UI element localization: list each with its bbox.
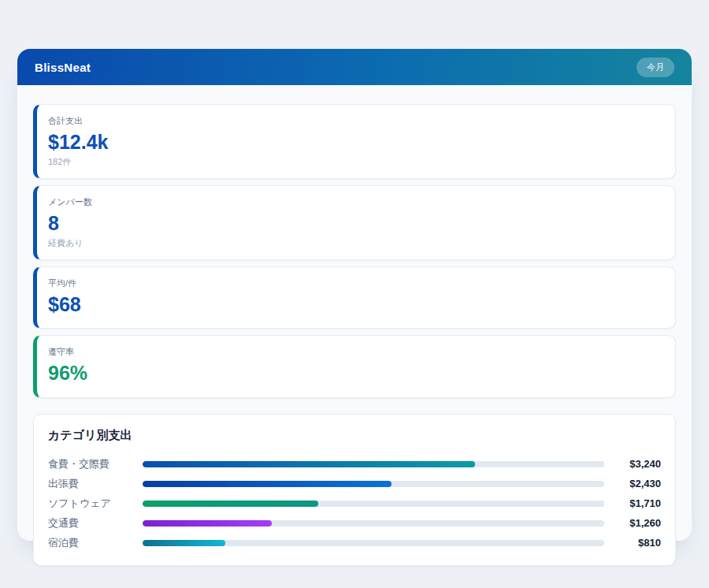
category-bar-fill xyxy=(143,520,272,527)
category-row: 交通費 $1,260 xyxy=(48,513,661,533)
category-bar-track xyxy=(143,520,604,527)
stat-card-total-spend: 合計支出 $12.4k 182件 xyxy=(33,104,676,179)
period-badge[interactable]: 今月 xyxy=(637,58,674,77)
category-bar-track xyxy=(143,540,604,546)
category-bar-fill xyxy=(143,540,225,546)
category-bar-fill xyxy=(143,501,318,507)
category-bar-track xyxy=(143,461,604,467)
category-row: 宿泊費 $810 xyxy=(48,533,661,553)
stats-section: 合計支出 $12.4k 182件 メンバー数 8 経費あり 平均/件 $68 遵… xyxy=(33,104,676,398)
app-title: BlissNeat xyxy=(35,61,91,74)
stat-label: 合計支出 xyxy=(48,115,661,127)
category-label: 交通費 xyxy=(48,516,143,530)
category-value: $3,240 xyxy=(612,458,661,470)
category-label: ソフトウェア xyxy=(48,497,143,511)
stat-label: 遵守率 xyxy=(48,346,661,358)
category-bar-fill xyxy=(143,481,392,487)
stat-value: 96% xyxy=(48,362,661,385)
stat-card-average-per-item: 平均/件 $68 xyxy=(33,266,676,329)
stat-card-compliance-rate: 遵守率 96% xyxy=(33,335,676,398)
stat-label: 平均/件 xyxy=(48,277,661,289)
category-row: ソフトウェア $1,710 xyxy=(48,493,661,513)
stat-value: 8 xyxy=(48,212,661,235)
category-bar-track xyxy=(143,481,604,487)
category-row: 食費・交際費 $3,240 xyxy=(48,454,661,474)
category-value: $1,710 xyxy=(612,497,661,509)
category-bar-track xyxy=(143,501,604,507)
category-breakdown-card: カテゴリ別支出 食費・交際費 $3,240 出張費 $2,430 ソフトウェア … xyxy=(33,414,676,566)
stat-subtext: 182件 xyxy=(48,156,661,168)
stat-value: $12.4k xyxy=(48,131,661,154)
stat-value: $68 xyxy=(48,293,661,316)
stat-subtext: 経費あり xyxy=(48,237,661,249)
category-label: 宿泊費 xyxy=(48,536,143,550)
app-header: BlissNeat 今月 xyxy=(17,49,692,85)
category-row: 出張費 $2,430 xyxy=(48,474,661,493)
category-section-title: カテゴリ別支出 xyxy=(48,428,661,443)
stat-label: メンバー数 xyxy=(48,196,661,208)
dashboard-panel: BlissNeat 今月 合計支出 $12.4k 182件 メンバー数 8 経費… xyxy=(17,49,692,541)
stat-card-members: メンバー数 8 経費あり xyxy=(33,185,676,260)
category-label: 食費・交際費 xyxy=(48,457,143,471)
category-value: $2,430 xyxy=(612,478,661,489)
category-label: 出張費 xyxy=(48,477,143,491)
dashboard-content: 合計支出 $12.4k 182件 メンバー数 8 経費あり 平均/件 $68 遵… xyxy=(17,85,692,582)
category-value: $1,260 xyxy=(612,517,661,529)
category-value: $810 xyxy=(612,537,661,549)
category-bar-fill xyxy=(143,461,475,467)
